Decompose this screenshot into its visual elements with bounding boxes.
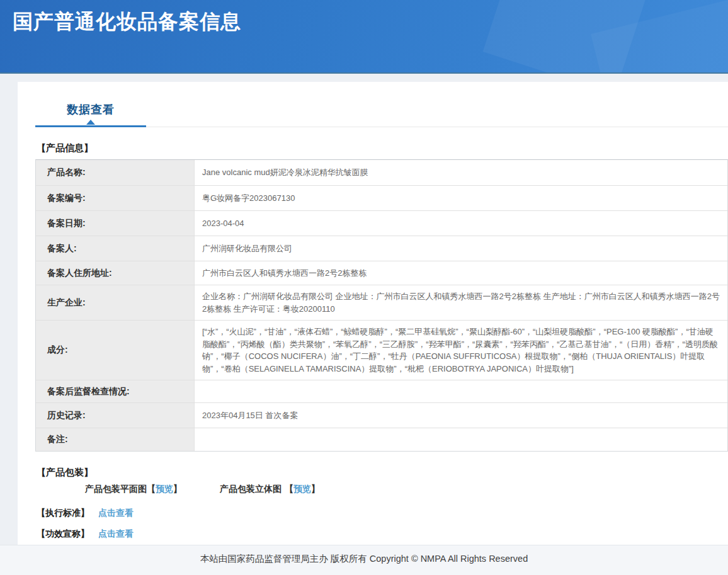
- row-value: Jane volcanic mud妍泥冷泉冰泥精华抗皱面膜: [195, 160, 727, 185]
- row-value: 广州润研化妆品有限公司: [195, 236, 727, 261]
- table-row: 备案人住所地址: 广州市白云区人和镇秀水塘西一路2号2栋整栋: [36, 261, 727, 285]
- table-row: 历史记录: 2023年04月15日 首次备案: [36, 403, 727, 428]
- packaging-3d-preview-link[interactable]: 预览: [293, 484, 311, 495]
- row-label: 历史记录:: [36, 403, 195, 428]
- row-value: [195, 380, 727, 402]
- row-label: 备案编号:: [36, 186, 195, 210]
- table-row: 备注:: [36, 428, 727, 451]
- packaging-heading: 【产品包装】: [37, 467, 728, 479]
- packaging-3d-item: 产品包装立体图 【 预览 】: [220, 484, 320, 495]
- tab-bar: 数据查看: [35, 82, 728, 127]
- efficacy-heading: 【功效宣称】: [37, 528, 89, 540]
- content-card: 数据查看 【产品信息】 产品名称: Jane volcanic mud妍泥冷泉冰…: [18, 82, 728, 545]
- row-label: 备案人:: [36, 236, 195, 261]
- table-row: 成分: [“水”，“火山泥”，“甘油”，“液体石蜡”，“鲸蜡硬脂醇”，“聚二甲基…: [36, 321, 727, 380]
- row-value: [195, 428, 727, 451]
- row-label: 成分:: [36, 321, 195, 380]
- row-label: 备案日期:: [36, 211, 195, 236]
- row-label: 产品名称:: [36, 160, 195, 185]
- table-row: 备案人: 广州润研化妆品有限公司: [36, 236, 727, 261]
- page-header: 国产普通化妆品备案信息: [0, 0, 728, 74]
- bracket-open: 【: [147, 484, 156, 495]
- standard-heading: 【执行标准】: [37, 508, 89, 519]
- bracket-close: 】: [173, 484, 182, 495]
- tab-active-indicator-icon: [86, 120, 95, 125]
- row-label: 备注:: [36, 428, 195, 451]
- tab-data-view-label: 数据查看: [67, 103, 115, 116]
- row-value: 广州市白云区人和镇秀水塘西一路2号2栋整栋: [195, 261, 727, 285]
- row-label: 生产企业:: [36, 285, 195, 320]
- packaging-3d-label: 产品包装立体图: [220, 484, 282, 495]
- row-value: [“水”，“火山泥”，“甘油”，“液体石蜡”，“鲸蜡硬脂醇”，“聚二甲基硅氧烷”…: [195, 321, 727, 380]
- table-row: 产品名称: Jane volcanic mud妍泥冷泉冰泥精华抗皱面膜: [36, 160, 727, 186]
- table-row: 生产企业: 企业名称：广州润研化妆品有限公司 企业地址：广州市白云区人和镇秀水塘…: [36, 285, 727, 321]
- bracket-open: 【: [285, 484, 293, 495]
- page-footer: 本站由国家药品监督管理局主办 版权所有 Copyright © NMPA All…: [0, 545, 728, 575]
- row-value: 粤G妆网备字2023067130: [195, 186, 727, 210]
- efficacy-view-link[interactable]: 点击查看: [98, 528, 134, 540]
- tab-data-view[interactable]: 数据查看: [35, 102, 146, 127]
- row-label: 备案后监督检查情况:: [36, 380, 195, 402]
- packaging-flat-label: 产品包装平面图: [85, 484, 147, 495]
- row-value: 2023年04月15日 首次备案: [195, 403, 727, 428]
- standard-row: 【执行标准】 点击查看: [37, 508, 728, 519]
- product-info-table: 产品名称: Jane volcanic mud妍泥冷泉冰泥精华抗皱面膜 备案编号…: [35, 159, 728, 452]
- packaging-flat-item: 产品包装平面图 【 预览 】: [85, 484, 182, 495]
- row-value: 企业名称：广州润研化妆品有限公司 企业地址：广州市白云区人和镇秀水塘西一路2号2…: [195, 285, 727, 320]
- efficacy-row: 【功效宣称】 点击查看: [37, 528, 728, 540]
- product-info-heading: 【产品信息】: [37, 142, 728, 154]
- footer-copyright-text: 本站由国家药品监督管理局主办 版权所有 Copyright © NMPA All…: [200, 554, 528, 564]
- table-row: 备案日期: 2023-04-04: [36, 211, 727, 236]
- packaging-flat-preview-link[interactable]: 预览: [156, 484, 173, 495]
- table-row: 备案编号: 粤G妆网备字2023067130: [36, 186, 727, 211]
- packaging-links-row: 产品包装平面图 【 预览 】 产品包装立体图 【 预览 】: [35, 484, 728, 495]
- table-row: 备案后监督检查情况:: [36, 380, 727, 403]
- bracket-close: 】: [311, 484, 320, 495]
- row-label: 备案人住所地址:: [36, 261, 195, 285]
- standard-view-link[interactable]: 点击查看: [98, 508, 134, 519]
- row-value: 2023-04-04: [195, 211, 727, 236]
